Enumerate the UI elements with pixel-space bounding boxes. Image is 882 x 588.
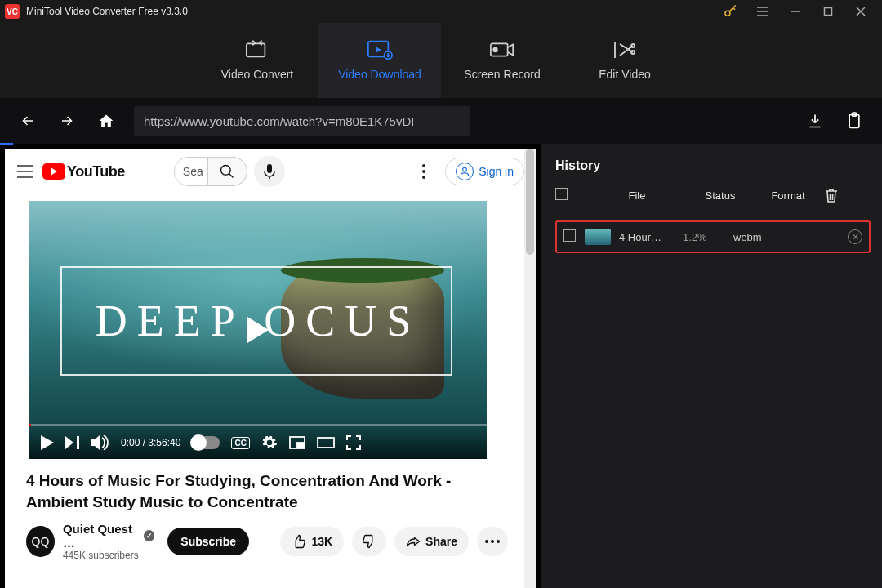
tab-video-convert[interactable]: Video Convert (196, 23, 318, 98)
edit-icon (612, 40, 638, 60)
youtube-more-icon[interactable] (422, 164, 425, 179)
svg-point-13 (422, 164, 425, 167)
row-thumbnail (585, 229, 611, 245)
col-status-header: Status (689, 189, 751, 202)
svg-rect-18 (297, 443, 304, 448)
window-minimize-button[interactable] (779, 0, 812, 23)
volume-button[interactable] (91, 435, 109, 450)
like-count: 13K (311, 535, 332, 548)
subscriber-count: 445K subscribers (63, 550, 154, 561)
svg-point-22 (497, 540, 500, 543)
youtube-play-icon (42, 163, 65, 180)
youtube-voice-search-button[interactable] (254, 156, 285, 187)
fullscreen-icon[interactable] (346, 435, 361, 450)
nav-forward-button[interactable] (51, 106, 83, 136)
app-title: MiniTool Video Converter Free v3.3.0 (26, 6, 188, 17)
row-cancel-button[interactable]: ✕ (848, 229, 862, 244)
time-display: 0:00 / 3:56:40 (121, 437, 180, 448)
share-label: Share (425, 535, 457, 548)
scrollbar[interactable] (524, 149, 536, 588)
svg-rect-19 (318, 438, 334, 448)
url-input[interactable]: https://www.youtube.com/watch?v=m80E1K75… (134, 106, 470, 136)
signin-label: Sign in (479, 165, 514, 178)
youtube-search-button[interactable] (208, 157, 247, 186)
channel-name[interactable]: Quiet Quest … ✓ (63, 522, 154, 550)
window-close-button[interactable] (844, 0, 877, 23)
youtube-search-input[interactable]: Sea (174, 157, 208, 186)
col-file-header: File (585, 189, 689, 202)
channel-row: QQ Quiet Quest … ✓ 445K subscribers Subs… (26, 522, 508, 561)
app-logo: VC (5, 4, 20, 19)
main-split: YouTube Sea (0, 144, 882, 588)
delete-all-button[interactable] (825, 188, 864, 203)
channel-avatar[interactable]: QQ (26, 526, 55, 557)
player-controls: 0:00 / 3:56:40 CC (29, 426, 487, 459)
nav-back-button[interactable] (11, 106, 44, 136)
history-title: History (555, 158, 871, 173)
select-all-checkbox[interactable] (555, 188, 568, 200)
share-button[interactable]: Share (394, 527, 469, 556)
next-button[interactable] (65, 436, 80, 449)
history-row[interactable]: 4 Hour… 1.2% webm ✕ (555, 220, 871, 253)
download-button[interactable] (799, 106, 831, 136)
title-bar: VC MiniTool Video Converter Free v3.3.0 (0, 0, 882, 23)
hamburger-menu-icon[interactable] (746, 0, 779, 23)
youtube-logo[interactable]: YouTube (42, 163, 125, 180)
cc-button[interactable]: CC (231, 437, 249, 449)
play-overlay-icon[interactable] (232, 304, 284, 356)
svg-point-11 (221, 166, 231, 176)
svg-rect-12 (267, 164, 272, 173)
tab-video-download[interactable]: Video Download (318, 23, 441, 98)
svg-point-7 (631, 44, 635, 47)
row-format: webm (733, 231, 802, 243)
svg-point-16 (463, 167, 467, 172)
row-status: 1.2% (683, 231, 733, 243)
license-key-icon[interactable] (714, 0, 746, 23)
embedded-browser: YouTube Sea (0, 144, 541, 588)
svg-point-6 (493, 48, 497, 52)
nav-home-button[interactable] (90, 106, 122, 136)
user-icon (456, 163, 474, 180)
svg-rect-1 (825, 8, 832, 16)
history-panel: History File Status Format 4 Hour… 1.2% … (541, 144, 882, 588)
video-title: 4 Hours of Music For Studying, Concentra… (26, 470, 492, 512)
youtube-header: YouTube Sea (5, 149, 536, 194)
svg-point-14 (422, 170, 425, 173)
more-actions-button[interactable] (477, 527, 508, 556)
dislike-button[interactable] (352, 527, 386, 556)
tab-label: Video Download (338, 68, 421, 81)
record-icon (489, 40, 515, 60)
svg-point-15 (422, 176, 425, 179)
settings-gear-icon[interactable] (261, 434, 278, 451)
tab-screen-record[interactable]: Screen Record (441, 23, 564, 98)
like-button[interactable]: 13K (280, 527, 344, 556)
top-tabs: Video Convert Video Download Screen Reco… (0, 23, 882, 98)
url-bar-row: https://www.youtube.com/watch?v=m80E1K75… (0, 98, 882, 144)
tab-label: Screen Record (464, 68, 540, 81)
download-icon (367, 40, 393, 60)
miniplayer-icon[interactable] (289, 436, 305, 449)
history-header-row: File Status Format (555, 188, 871, 211)
clipboard-button[interactable] (838, 106, 871, 136)
theater-icon[interactable] (317, 437, 335, 448)
col-format-header: Format (751, 189, 825, 202)
convert-icon (244, 40, 270, 60)
svg-point-21 (491, 540, 494, 543)
video-player[interactable]: DEEP OCUS 0:00 / 3:56:40 CC (29, 201, 487, 459)
browser-page: YouTube Sea (5, 149, 536, 588)
tab-label: Video Convert (221, 68, 293, 81)
youtube-signin-button[interactable]: Sign in (445, 158, 524, 185)
autoplay-toggle[interactable] (192, 436, 220, 449)
svg-rect-2 (247, 43, 265, 56)
play-button[interactable] (41, 435, 54, 450)
svg-point-20 (485, 540, 488, 543)
tab-edit-video[interactable]: Edit Video (564, 23, 686, 98)
row-checkbox[interactable] (564, 229, 576, 242)
youtube-hamburger-icon[interactable] (16, 164, 34, 179)
youtube-brand-text: YouTube (67, 163, 125, 180)
subscribe-button[interactable]: Subscribe (167, 528, 249, 555)
row-file-name: 4 Hour… (619, 231, 683, 243)
close-icon: ✕ (848, 229, 862, 244)
window-maximize-button[interactable] (812, 0, 844, 23)
verified-badge-icon: ✓ (144, 530, 154, 541)
